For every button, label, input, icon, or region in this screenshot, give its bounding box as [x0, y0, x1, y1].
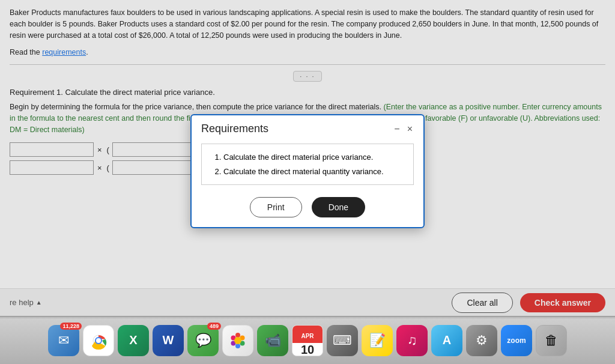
trash-icon: 🗑	[536, 325, 567, 356]
appstore-icon: A	[431, 325, 462, 356]
dock-item-mail[interactable]: ✉ 11,228	[48, 325, 79, 356]
zoom-icon: zoom	[501, 325, 532, 356]
dock-item-calculator[interactable]: ⌨	[327, 325, 358, 356]
dock-item-photos[interactable]	[222, 325, 253, 356]
modal-header: Requirements − ×	[192, 115, 423, 139]
settings-icon: ⚙	[466, 325, 497, 356]
calculator-icon: ⌨	[327, 325, 358, 356]
modal-controls: − ×	[393, 124, 414, 134]
svg-point-7	[235, 344, 240, 348]
mail-badge: 11,228	[60, 323, 82, 330]
dock-item-zoom[interactable]: zoom	[501, 325, 532, 356]
modal-minimize-button[interactable]: −	[393, 124, 401, 134]
calendar-icon: APR 10	[292, 325, 323, 356]
svg-point-4	[235, 333, 240, 338]
print-button[interactable]: Print	[250, 197, 302, 217]
requirement-item-2: Calculate the direct material quantity v…	[223, 165, 404, 178]
dock-item-messages[interactable]: 💬 489	[187, 325, 219, 356]
music-icon: ♫	[396, 325, 428, 356]
excel-icon: X	[118, 325, 149, 356]
done-button[interactable]: Done	[312, 197, 365, 217]
requirements-modal: Requirements − × Calculate the direct ma…	[190, 114, 425, 228]
dock-item-chrome[interactable]	[83, 325, 114, 356]
word-icon: W	[153, 325, 184, 356]
chrome-icon	[83, 325, 114, 356]
dock-item-trash[interactable]: 🗑	[536, 325, 567, 356]
modal-list-box: Calculate the direct material price vari…	[201, 144, 414, 185]
facetime-icon: 📹	[257, 325, 288, 356]
dock-item-notes[interactable]: 📝	[362, 325, 393, 356]
dock-item-music[interactable]: ♫	[396, 325, 428, 356]
svg-point-10	[234, 337, 241, 344]
modal-buttons: Print Done	[201, 197, 414, 217]
dock-item-facetime[interactable]: 📹	[257, 325, 288, 356]
messages-badge: 489	[207, 323, 221, 330]
modal-close-button[interactable]: ×	[406, 124, 414, 134]
dock-item-appstore[interactable]: A	[431, 325, 462, 356]
photos-icon	[222, 325, 253, 356]
modal-body: Calculate the direct material price vari…	[192, 139, 423, 227]
requirement-item-1: Calculate the direct material price vari…	[223, 150, 404, 164]
svg-point-2	[96, 338, 101, 343]
dock-item-excel[interactable]: X	[118, 325, 149, 356]
dock-item-word[interactable]: W	[153, 325, 184, 356]
dock-item-settings[interactable]: ⚙	[466, 325, 497, 356]
modal-title: Requirements	[201, 123, 268, 135]
notes-icon: 📝	[362, 325, 393, 356]
requirements-list: Calculate the direct material price vari…	[211, 150, 404, 178]
dock: ✉ 11,228 X W 💬 489	[0, 316, 615, 364]
dock-item-calendar[interactable]: APR 10	[292, 325, 323, 356]
modal-overlay: Requirements − × Calculate the direct ma…	[0, 0, 615, 318]
